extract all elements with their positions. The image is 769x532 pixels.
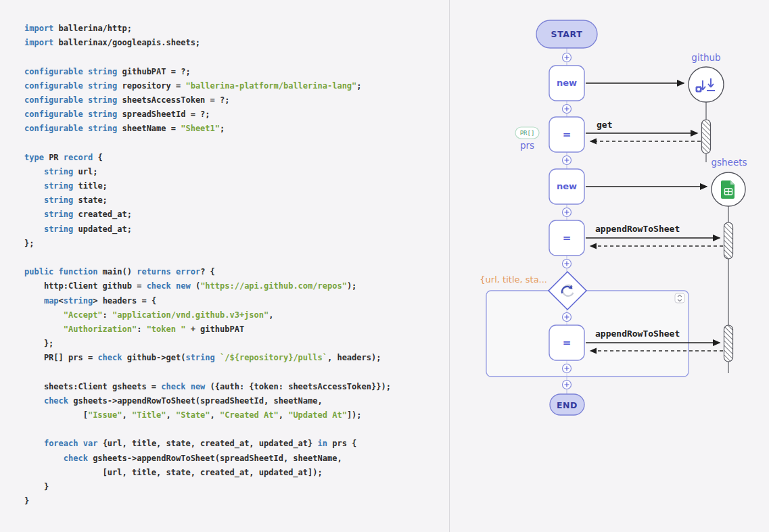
add-node-button[interactable] [563,156,572,165]
code-line: [url, title, state, created_at, updated_… [24,466,449,480]
gsheets-endpoint-node[interactable] [712,172,745,206]
code-line: PR[] prs = check github->get(string `/${… [24,351,449,365]
code-line: ["Issue", "Title", "State", "Created At"… [24,408,449,422]
add-node-button[interactable] [563,260,572,268]
gsheets-activation-bar [724,222,733,259]
code-line: configurable string githubPAT = ?; [24,65,449,79]
code-line: }; [24,337,449,351]
append-header-label: = [563,232,572,244]
prs-variable-label: prs [520,140,534,151]
add-node-button[interactable] [563,105,572,114]
append-row-action-label: appendRowToSheet [595,329,680,339]
code-line: string title; [24,179,449,193]
code-line: type PR record { [24,151,449,165]
gsheets-activation-bar [724,325,733,362]
get-action-label: get [597,120,612,130]
start-label: START [551,29,583,39]
github-endpoint-node[interactable] [689,67,724,102]
github-activation-bar [702,120,711,153]
code-line [24,366,449,380]
code-line: configurable string sheetsAccessToken = … [24,93,449,107]
code-line: check gsheets->appendRowToSheet(spreadSh… [24,394,449,408]
assign-prs-label: = [563,128,572,141]
code-line: foreach var {url, title, state, created_… [24,437,449,451]
foreach-condition-label: {url, title, sta... [480,274,547,285]
append-row-label: = [563,337,572,349]
add-node-button[interactable] [563,208,572,217]
end-node: END [550,394,584,415]
code-line [24,50,449,64]
code-line: public function main() returns error? { [24,265,449,279]
prs-type-badge: PR[] [515,127,539,139]
code-line: sheets:Client gsheets = check new ({auth… [24,380,449,394]
add-node-button[interactable] [563,313,572,322]
code-line: map<string> headers = { [24,294,449,308]
add-node-button[interactable] [563,381,572,389]
github-endpoint-label: github [691,52,720,63]
assign-prs-node[interactable]: = [549,117,584,152]
code-line: configurable string spreadSheetId = ?; [24,107,449,122]
gsheets-endpoint-label: gsheets [711,157,747,168]
code-line: string updated_at; [24,222,449,237]
add-node-button[interactable] [563,364,572,373]
code-lines: import ballerina/http;import ballerinax/… [24,22,449,508]
add-node-button[interactable] [563,53,572,62]
collapse-loop-button[interactable] [675,293,684,303]
google-sheets-icon [721,180,735,199]
append-row-node[interactable]: = [549,325,584,360]
append-header-node[interactable]: = [549,220,584,256]
code-line: string url; [24,165,449,179]
code-line: import ballerinax/googleapis.sheets; [24,36,449,50]
code-line: http:Client github = check new ("https:/… [24,279,449,293]
code-line: configurable string repository = "baller… [24,79,449,93]
new-github-label: new [557,78,577,88]
append-header-action-label: appendRowToSheet [595,224,680,234]
new-github-client-node[interactable]: new [549,66,584,101]
code-line: } [24,480,449,494]
start-node: START [536,20,597,48]
code-line [24,137,449,151]
code-line: string state; [24,193,449,208]
code-line: check gsheets->appendRowToSheet(spreadSh… [24,452,449,466]
code-line: } [24,494,449,508]
code-line: configurable string sheetName = "Sheet1"… [24,122,449,136]
end-label: END [557,400,578,410]
code-editor[interactable]: import ballerina/http;import ballerinax/… [0,0,450,532]
code-line: }; [24,237,449,251]
code-line: string created_at; [24,208,449,222]
code-line: import ballerina/http; [24,22,449,36]
code-line [24,251,449,265]
new-gsheets-label: new [557,181,577,191]
code-line [24,422,449,437]
code-line: "Authorization": "token " + githubPAT [24,322,449,337]
code-line: "Accept": "application/vnd.github.v3+jso… [24,308,449,322]
new-gsheets-client-node[interactable]: new [549,169,584,204]
svg-text:PR[]: PR[] [520,130,535,137]
sequence-diagram-canvas[interactable]: START new github = PR[] [450,0,769,532]
